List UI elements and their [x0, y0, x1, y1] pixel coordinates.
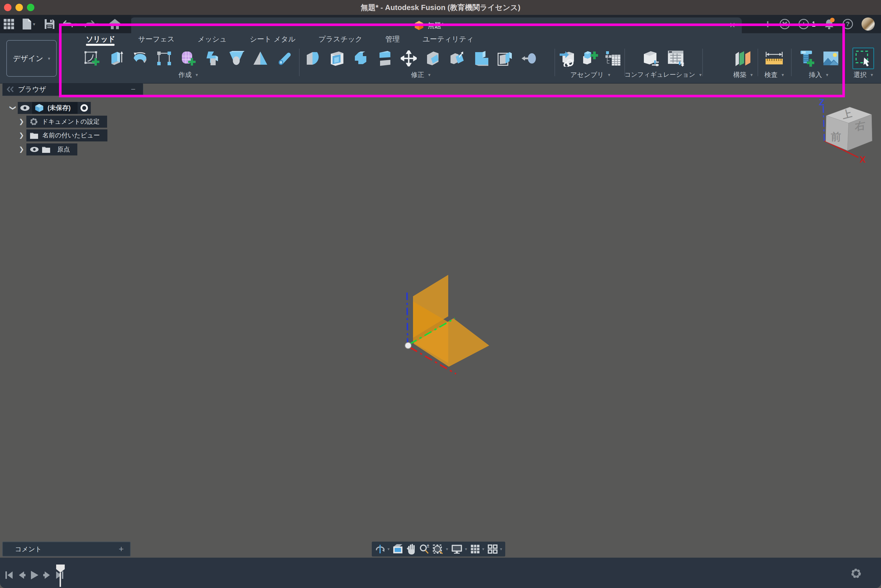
step-forward-button[interactable] — [43, 571, 51, 579]
revolve-icon[interactable] — [132, 50, 148, 67]
add-comment-icon[interactable]: + — [119, 544, 124, 554]
construct-group-label[interactable]: 構築▾ — [733, 70, 753, 79]
go-to-start-button[interactable] — [5, 571, 13, 579]
measure-icon[interactable] — [765, 50, 783, 67]
bom-table-icon[interactable] — [605, 50, 621, 67]
create-sketch-icon[interactable] — [84, 50, 100, 67]
display-settings-button[interactable]: ▾ — [451, 544, 467, 554]
group-inspect: 検査▾ — [761, 47, 788, 79]
minimize-panel-icon[interactable]: − — [131, 85, 135, 94]
origin-triad[interactable] — [398, 269, 496, 378]
replace-face-icon[interactable] — [472, 50, 489, 67]
window-title: 無題* - Autodesk Fusion (教育機関ライセンス) — [0, 0, 881, 15]
save-button[interactable] — [40, 15, 59, 33]
home-button[interactable] — [102, 15, 127, 33]
tab-surface[interactable]: サーフェス — [138, 34, 174, 44]
job-status-clock-icon — [798, 19, 809, 29]
file-menu-button[interactable]: ▾ — [18, 15, 40, 33]
chevron-right-icon[interactable]: ❯ — [17, 118, 26, 125]
document-tab[interactable]: 無題* ✕ — [130, 18, 742, 33]
chevron-down-icon[interactable]: ❯ — [9, 103, 17, 113]
viewports-button[interactable]: ▾ — [487, 544, 502, 554]
tab-sheet-metal[interactable]: シート メタル — [250, 34, 296, 44]
split-body-icon[interactable] — [376, 50, 393, 67]
help-icon[interactable]: ? — [843, 19, 853, 29]
inspect-group-label[interactable]: 検査▾ — [764, 70, 784, 79]
timeline-settings-gear-icon[interactable] — [851, 568, 861, 579]
fillet-icon[interactable] — [304, 50, 321, 67]
collapse-panel-icon[interactable] — [7, 86, 14, 93]
canvas-image-icon[interactable] — [822, 50, 839, 67]
close-document-icon[interactable]: ✕ — [729, 21, 735, 30]
axis-z-label: Z — [819, 98, 825, 107]
tab-plastic[interactable]: プラスチック — [319, 34, 362, 44]
select-group-label[interactable]: 選択▾ — [854, 70, 873, 79]
insert-group-label[interactable]: 挿入▾ — [809, 70, 828, 79]
tab-solid[interactable]: ソリッド — [86, 34, 115, 44]
viewcube[interactable]: Z X 上 前 右 — [815, 98, 881, 166]
chevron-right-icon[interactable]: ❯ — [17, 146, 26, 153]
notifications-button[interactable] — [824, 19, 834, 29]
browser-row-named-views[interactable]: ❯ 名前の付いたビュー — [17, 129, 107, 141]
extrude-icon[interactable] — [108, 50, 124, 67]
construction-plane-icon[interactable] — [734, 50, 752, 67]
grid-settings-button[interactable]: ▾ — [470, 544, 485, 554]
browser-row-document[interactable]: ❯ (未保存) — [8, 102, 91, 114]
extensions-icon[interactable] — [780, 19, 790, 29]
chevron-right-icon[interactable]: ❯ — [17, 132, 26, 139]
play-button[interactable] — [30, 570, 39, 580]
insert-link-icon[interactable] — [559, 50, 576, 67]
scale-icon[interactable] — [448, 50, 465, 67]
configuration-table-icon[interactable] — [666, 49, 685, 68]
fit-button[interactable]: ▾ — [433, 544, 448, 554]
orbit-button[interactable]: ▾ — [375, 544, 390, 554]
look-at-button[interactable] — [393, 544, 404, 554]
assemble-group-label[interactable]: アセンブリ▾ — [570, 70, 610, 79]
sweep-icon[interactable] — [204, 50, 221, 67]
view-navigation-bar: ▾ ± — [372, 542, 505, 556]
workspace-selector[interactable]: デザイン ▾ — [6, 40, 57, 77]
derive-icon[interactable] — [156, 50, 173, 67]
browser-row-origin[interactable]: ❯ 原点 — [17, 143, 77, 156]
new-component-icon[interactable] — [582, 50, 598, 67]
tab-manage[interactable]: 管理 — [385, 34, 400, 44]
redo-button[interactable]: ▾ — [81, 15, 102, 33]
zoom-button[interactable]: ± — [419, 544, 430, 554]
create-form-icon[interactable] — [180, 50, 197, 67]
move-copy-icon[interactable] — [400, 50, 417, 67]
timeline-marker[interactable] — [56, 564, 65, 587]
draft-icon[interactable] — [424, 50, 441, 67]
browser-row-document-settings[interactable]: ❯ ドキュメントの設定 — [17, 116, 107, 128]
app-grid-icon[interactable] — [0, 15, 18, 33]
new-tab-button[interactable]: + — [764, 18, 771, 31]
tab-mesh[interactable]: メッシュ — [198, 34, 227, 44]
activate-radio-icon[interactable] — [80, 104, 88, 112]
ribbon-separator — [299, 49, 299, 76]
pipe-icon[interactable] — [276, 50, 293, 67]
user-avatar[interactable] — [861, 18, 875, 31]
rib-icon[interactable] — [252, 50, 269, 67]
undo-caret-icon: ▾ — [74, 21, 77, 27]
step-back-button[interactable] — [17, 571, 26, 579]
insert-fastener-icon[interactable] — [798, 50, 815, 67]
origin-point — [405, 342, 411, 349]
select-tool-icon[interactable] — [852, 48, 874, 69]
visibility-eye-icon[interactable] — [30, 147, 39, 152]
modify-group-label[interactable]: 修正▾ — [411, 70, 430, 79]
create-group-label[interactable]: 作成▾ — [179, 70, 198, 79]
configure-icon[interactable] — [641, 49, 660, 68]
configuration-group-label[interactable]: コンフィギュレーション▾ — [624, 70, 701, 79]
modify-caret-icon: ▾ — [428, 72, 430, 78]
pan-button[interactable] — [407, 544, 416, 555]
loft-icon[interactable] — [228, 50, 245, 67]
quick-access-toolbar: ▾ ▾ ▾ — [0, 15, 131, 33]
offset-face-icon[interactable] — [497, 50, 513, 67]
press-pull-icon[interactable] — [521, 50, 537, 67]
visibility-eye-icon[interactable] — [20, 105, 30, 111]
comments-panel[interactable]: コメント + — [2, 542, 131, 556]
job-status[interactable]: 1 — [798, 19, 816, 29]
tab-utilities[interactable]: ユーティリティ — [422, 34, 474, 44]
undo-button[interactable]: ▾ — [59, 15, 81, 33]
shell-icon[interactable] — [328, 50, 345, 67]
combine-icon[interactable] — [352, 50, 369, 67]
